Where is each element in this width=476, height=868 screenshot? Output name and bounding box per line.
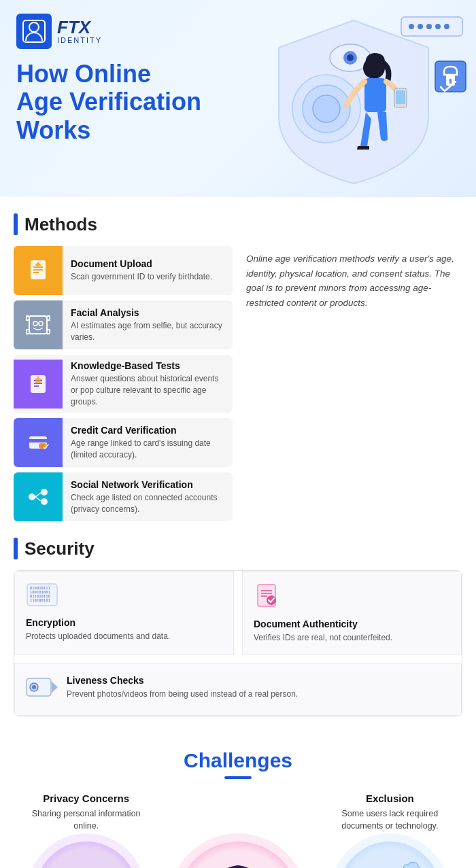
logo-ftx: FTX	[57, 18, 102, 36]
method-text-document-upload: Document Upload Scan government ID to ve…	[71, 253, 218, 288]
method-item-knowledge-tests: Knowledge-Based Tests Answer questions a…	[14, 355, 233, 413]
doc-auth-icon	[254, 583, 450, 613]
method-text-facial-analysis: Facial Analysis AI estimates age from se…	[71, 302, 233, 349]
svg-rect-18	[364, 78, 386, 112]
security-title-doc-auth: Document Authenticity	[254, 619, 450, 629]
method-icon-social-network	[14, 472, 63, 521]
challenge-item-privacy: Privacy Concerns Sharing personal inform…	[18, 793, 154, 868]
security-item-encryption: 010010111 100101001 011010110 110100101 …	[14, 571, 234, 655]
method-desc-credit-card: Age range linked to card's issuing date …	[71, 438, 227, 461]
logo-text-block: FTX IDENTITY	[57, 18, 102, 44]
svg-point-8	[426, 24, 432, 29]
method-title-document-upload: Document Upload	[71, 258, 212, 269]
security-grid: 010010111 100101001 011010110 110100101 …	[14, 570, 462, 716]
header-section: FTX IDENTITY How Online Age Verification…	[0, 0, 476, 197]
methods-list: Document Upload Scan government ID to ve…	[14, 246, 233, 521]
method-title-credit-card: Credit Card Verification	[71, 425, 227, 436]
method-icon-credit-card	[14, 418, 63, 467]
security-desc-liveness: Prevent photos/videos from being used in…	[67, 689, 298, 700]
svg-point-46	[32, 685, 36, 689]
svg-point-9	[435, 24, 441, 29]
method-text-knowledge-tests: Knowledge-Based Tests Answer questions a…	[71, 355, 233, 413]
logo-identity: IDENTITY	[57, 36, 102, 44]
methods-heading: Methods	[14, 213, 462, 235]
challenge-desc-privacy: Sharing personal information online.	[18, 808, 154, 832]
method-desc-document-upload: Scan government ID to verify birthdate.	[71, 271, 212, 283]
method-text-social-network: Social Network Verification Check age li…	[71, 474, 233, 521]
svg-point-31	[29, 493, 35, 500]
security-title-encryption: Encryption	[26, 617, 222, 628]
method-icon-knowledge-tests	[14, 360, 63, 409]
svg-rect-20	[396, 90, 405, 104]
svg-point-0	[29, 22, 39, 32]
svg-point-6	[409, 24, 414, 29]
header-illustration	[238, 7, 469, 190]
logo-icon	[16, 14, 52, 49]
svg-rect-22	[29, 316, 47, 334]
method-icon-facial-analysis	[14, 300, 63, 349]
svg-text:110100101: 110100101	[30, 598, 50, 602]
challenge-title-privacy: Privacy Concerns	[18, 793, 154, 804]
svg-point-7	[418, 24, 423, 29]
security-item-liveness: Liveness Checks Prevent photos/videos fr…	[14, 663, 462, 716]
challenges-divider	[224, 776, 252, 779]
security-section: Security 010010111 100101001 011010110 1…	[0, 538, 476, 733]
challenges-section: Challenges Privacy Concerns Sharing pers…	[0, 733, 476, 868]
svg-point-33	[41, 498, 48, 505]
svg-point-10	[444, 24, 449, 29]
svg-point-32	[41, 489, 48, 496]
method-item-document-upload: Document Upload Scan government ID to ve…	[14, 246, 233, 295]
svg-point-24	[39, 322, 43, 326]
challenges-heading: Challenges	[14, 749, 462, 772]
method-desc-social-network: Check age listed on connected accounts (…	[71, 492, 227, 515]
security-item-doc-auth: Document Authenticity Verifies IDs are r…	[242, 571, 462, 655]
challenge-title-exclusion: Exclusion	[322, 793, 458, 804]
svg-rect-28	[29, 439, 47, 442]
challenge-desc-exclusion: Some users lack required documents or te…	[322, 808, 458, 832]
method-desc-knowledge-tests: Answer questions about historical events…	[71, 373, 227, 407]
method-item-facial-analysis: Facial Analysis AI estimates age from se…	[14, 300, 233, 349]
svg-point-23	[33, 322, 37, 326]
challenge-circle-exclusion	[339, 841, 441, 868]
methods-description-area: Online age verification methods verify a…	[243, 246, 462, 521]
method-title-knowledge-tests: Knowledge-Based Tests	[71, 360, 227, 371]
method-text-credit-card: Credit Card Verification Age range linke…	[71, 419, 233, 466]
challenges-row: Privacy Concerns Sharing personal inform…	[14, 793, 462, 868]
method-icon-document-upload	[14, 246, 63, 295]
method-desc-facial-analysis: AI estimates age from selfie, but accura…	[71, 320, 227, 343]
challenge-circle-privacy	[35, 841, 137, 868]
security-title-liveness: Liveness Checks	[67, 675, 298, 686]
security-heading: Security	[14, 538, 462, 559]
svg-marker-44	[52, 682, 58, 693]
challenge-item-exclusion: Exclusion Some users lack required docum…	[322, 793, 458, 868]
challenge-item-accuracy: Accuracy Concerns Facial analysis and AI…	[163, 793, 313, 868]
method-title-social-network: Social Network Verification	[71, 479, 227, 490]
svg-point-4	[313, 95, 340, 122]
liveness-icon	[26, 675, 58, 704]
header-title: How Online Age Verification Works	[16, 60, 220, 144]
method-item-credit-card: Credit Card Verification Age range linke…	[14, 418, 233, 467]
security-desc-encryption: Protects uploaded documents and data.	[26, 631, 222, 642]
security-desc-doc-auth: Verifies IDs are real, not counterfeited…	[254, 632, 450, 644]
methods-description: Online age verification methods verify a…	[246, 251, 460, 310]
methods-section: Methods Document Upload Scan government …	[0, 197, 476, 538]
svg-line-34	[35, 493, 41, 497]
methods-grid: Document Upload Scan government ID to ve…	[14, 246, 462, 521]
svg-line-35	[35, 497, 41, 501]
challenge-circle-accuracy	[177, 841, 299, 868]
encryption-icon: 010010111 100101001 011010110 110100101	[26, 583, 222, 612]
method-title-facial-analysis: Facial Analysis	[71, 307, 227, 318]
method-item-social-network: Social Network Verification Check age li…	[14, 472, 233, 521]
liveness-text: Liveness Checks Prevent photos/videos fr…	[67, 675, 298, 700]
svg-point-16	[347, 54, 354, 61]
